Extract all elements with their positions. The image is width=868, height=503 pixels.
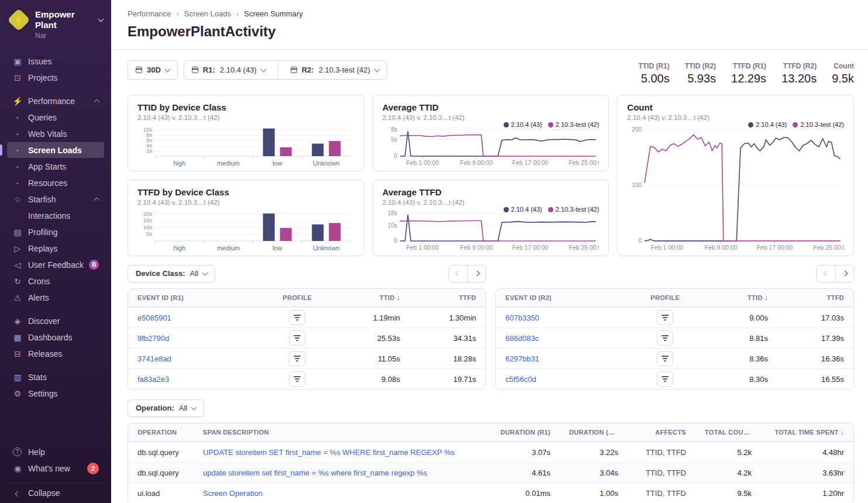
sidebar-item-alerts[interactable]: ⚠ Alerts (7, 290, 104, 305)
prev-page-button[interactable] (817, 266, 835, 282)
ttid-value: 9.08s (333, 375, 409, 384)
event-link[interactable]: 3741e8ad (137, 354, 171, 363)
sidebar-item-replays[interactable]: ▷ Replays (7, 240, 104, 256)
profiling-icon (662, 356, 669, 361)
span-description-link[interactable]: Screen Operation (203, 489, 263, 498)
sidebar-collapse-button[interactable]: Collapse (7, 483, 104, 498)
affects-value[interactable]: TTID, TTFD (646, 468, 686, 477)
release1-selector[interactable]: R1: 2.10.4 (43) (184, 61, 273, 79)
legend-item[interactable]: 2.10.4 (43) (748, 121, 787, 128)
profile-button[interactable] (657, 351, 673, 366)
table-row: e5085901 1.19min 1.30min (128, 307, 485, 328)
ttfd-value: 16.55s (777, 375, 853, 384)
affects-value[interactable]: TTID, TTFD (646, 489, 686, 498)
profile-button[interactable] (657, 310, 673, 325)
profile-button[interactable] (657, 371, 673, 387)
span-description-link[interactable]: update storeitem set first_name = %s whe… (203, 468, 427, 477)
table-row: c5f56c0d 8.30s 16.55s (496, 368, 853, 389)
sidebar-item-starfish[interactable]: ☆ Starfish (7, 191, 104, 207)
next-page-button[interactable] (835, 266, 853, 282)
span-description-link[interactable]: UPDATE storeitem SET first_name = %s WHE… (203, 448, 454, 457)
event-link[interactable]: 607b3350 (505, 313, 539, 322)
table-header: OPERATION SPAN DESCRIPTION DURATION (R1)… (128, 423, 853, 442)
sidebar-item-web-vitals[interactable]: • Web Vitals (7, 126, 104, 142)
svg-text:Unknown: Unknown (313, 160, 340, 167)
col-ttid-sort[interactable]: TTID↓ (333, 294, 409, 302)
col-ttid-sort[interactable]: TTID↓ (701, 294, 777, 302)
total-time-link[interactable]: 1.20hr (822, 489, 844, 498)
profile-button[interactable] (289, 330, 305, 346)
sidebar-item-app-starts[interactable]: • App Starts (7, 159, 104, 174)
sidebar-item-queries[interactable]: • Queries (7, 109, 104, 125)
col-duration-r2[interactable]: DURATION (R2) (560, 429, 628, 436)
profile-button[interactable] (289, 351, 305, 366)
legend-item[interactable]: 2.10.4 (43) (504, 206, 542, 213)
date-range-selector[interactable]: 30D (128, 60, 178, 80)
chart-area[interactable]: 5s10s15s20shighmediumlowUnknown (137, 207, 354, 252)
release1-value: 2.10.4 (43) (220, 66, 257, 74)
sidebar-item-performance[interactable]: ⚡ Performance (7, 93, 104, 109)
legend-item[interactable]: 2.10.3-test (42) (793, 121, 844, 128)
chart-subtitle: 2.10.4 (43) v. 2.10.3…t (42) (383, 114, 600, 121)
device-class-filter[interactable]: Device Class: All (128, 265, 215, 282)
dashboards-icon: ▦ (12, 333, 23, 342)
col-duration-r1[interactable]: DURATION (R1) (491, 429, 560, 436)
sidebar-item-user-feedback[interactable]: ◁ User Feedback B (7, 257, 104, 273)
chart-area[interactable]: 0100200Feb 1 00:00Feb 9 00:00Feb 17 00:0… (627, 122, 844, 252)
legend-item[interactable]: 2.10.4 (43) (504, 121, 542, 128)
chart-area[interactable]: 05s8sFeb 1 00:00Feb 9 00:00Feb 17 00:00F… (383, 122, 600, 167)
event-link[interactable]: 6297bb31 (505, 354, 539, 363)
release-icon (291, 67, 297, 73)
event-link[interactable]: fa83a2e3 (137, 375, 169, 384)
profile-button[interactable] (289, 371, 305, 387)
legend-item[interactable]: 2.10.3-test (42) (548, 206, 600, 213)
chart-subtitle: 2.10.4 (43) v. 2.10.3…t (42) (137, 114, 354, 121)
sidebar-item-crons[interactable]: ↻ Crons (7, 273, 104, 289)
sidebar-item-dashboards[interactable]: ▦ Dashboards (7, 329, 104, 345)
pill-divider (278, 61, 278, 79)
sidebar-item-screen-loads[interactable]: • Screen Loads (7, 142, 104, 158)
beta-badge: B (89, 260, 99, 270)
sidebar-item-discover[interactable]: ◈ Discover (7, 313, 104, 329)
legend-dot-icon (548, 122, 553, 128)
sidebar-item-interactions[interactable]: • Interactions (7, 208, 104, 223)
ttfd-value: 16.36s (777, 354, 853, 363)
operation-filter[interactable]: Operation: All (128, 399, 204, 417)
sidebar-item-releases[interactable]: ⊟ Releases (7, 346, 104, 361)
profile-button[interactable] (657, 330, 673, 346)
total-time-link[interactable]: 3.63hr (822, 468, 844, 477)
total-time-link[interactable]: 4.48hr (822, 448, 844, 457)
chart-area[interactable]: 010s18sFeb 1 00:00Feb 9 00:00Feb 17 00:0… (383, 207, 600, 252)
legend-item[interactable]: 2.10.3-test (42) (548, 121, 600, 128)
event-link[interactable]: c5f56c0d (505, 375, 536, 384)
prev-page-button[interactable] (449, 266, 467, 282)
sidebar-item-projects[interactable]: ⊡ Projects (7, 70, 104, 85)
metric-label: TTID (R2) (685, 62, 716, 70)
sidebar-item-whats-new[interactable]: ◉ What's new 2 (7, 460, 104, 476)
org-switcher[interactable]: ⚡ Empower Plant Nar (0, 8, 111, 46)
event-link[interactable]: 9fb2790d (137, 334, 169, 343)
event-link[interactable]: e5085901 (137, 313, 171, 322)
sidebar-item-stats[interactable]: ▥ Stats (7, 369, 104, 385)
sidebar-item-settings[interactable]: ⚙ Settings (7, 385, 104, 401)
chart-area[interactable]: 2s4s6s8s10shighmediumlowUnknown (137, 122, 354, 167)
event-link[interactable]: 686d083c (505, 334, 539, 343)
sidebar-item-resources[interactable]: • Resources (7, 175, 104, 191)
svg-text:20s: 20s (143, 211, 153, 217)
breadcrumb-screen-loads[interactable]: Screen Loads (184, 9, 231, 18)
affects-value[interactable]: TTID, TTFD (646, 448, 686, 457)
breadcrumb-performance[interactable]: Performance (128, 9, 171, 18)
duration-r1-value: 3.07s (491, 448, 560, 457)
next-page-button[interactable] (467, 266, 485, 282)
col-ttfd[interactable]: TTFD (777, 294, 853, 301)
release2-selector[interactable]: R2: 2.10.3-test (42) (283, 61, 387, 79)
chart-legend: 2.10.4 (43)2.10.3-test (42) (501, 121, 600, 128)
sidebar-item-issues[interactable]: ▣ Issues (7, 53, 104, 69)
col-ttfd[interactable]: TTFD (409, 294, 485, 301)
sidebar-item-profiling[interactable]: ▤ Profiling (7, 224, 104, 240)
col-total-count[interactable]: TOTAL COUNT (695, 429, 761, 436)
sidebar-item-help[interactable]: ? Help (7, 444, 104, 460)
col-total-time-sort[interactable]: TOTAL TIME SPENT↓ (761, 428, 853, 436)
projects-icon: ⊡ (12, 73, 23, 82)
profile-button[interactable] (289, 310, 305, 325)
